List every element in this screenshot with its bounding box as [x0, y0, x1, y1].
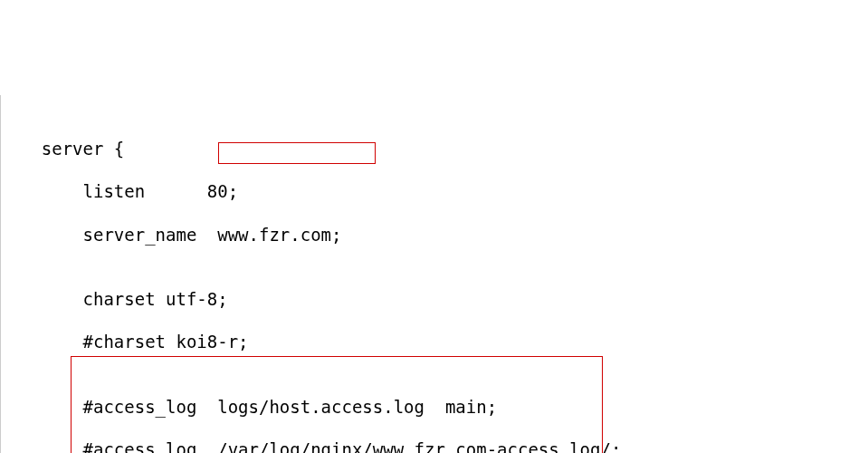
code-line: charset utf-8; [0, 289, 868, 311]
left-margin-line [0, 95, 1, 453]
code-line: listen 80; [0, 181, 868, 203]
code-line: #charset koi8-r; [0, 332, 868, 353]
code-line: server { [0, 139, 868, 160]
code-line: #access_log /var/log/nginx/www.fzr.com-a… [0, 439, 868, 453]
code-line: server_name www.fzr.com; [0, 225, 868, 246]
code-block: server { listen 80; server_name www.fzr.… [0, 95, 868, 453]
code-line: #access_log logs/host.access.log main; [0, 397, 868, 419]
